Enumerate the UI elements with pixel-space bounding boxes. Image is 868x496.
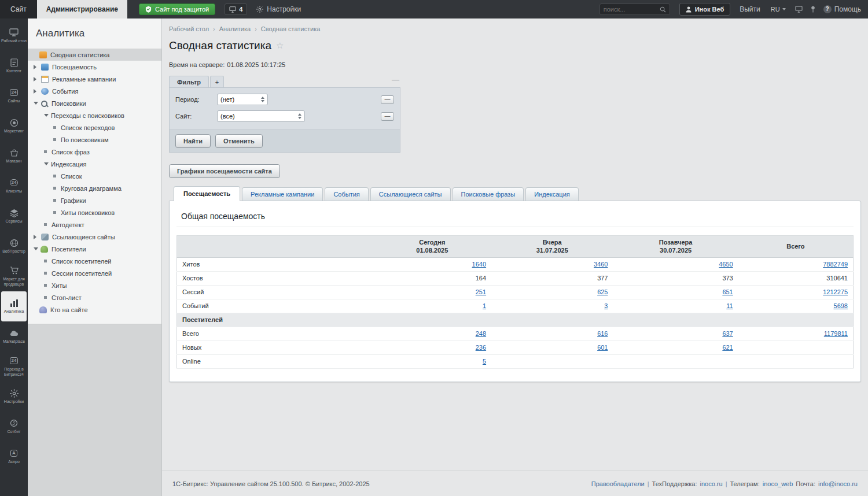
sidebar-item-indexing[interactable]: Индексация (28, 158, 161, 170)
breadcrumb-link-desktop[interactable]: Рабочий стол (169, 25, 209, 32)
stat-link[interactable]: 1212275 (823, 288, 848, 295)
search-icon[interactable] (660, 6, 666, 13)
page-footer: 1С-Битрикс: Управление сайтом 25.100.500… (162, 471, 868, 496)
stat-link[interactable]: 651 (722, 288, 733, 295)
tab-search-phrases[interactable]: Поисковые фразы (453, 187, 524, 201)
sidebar-item-referring-sites[interactable]: Ссылающиеся сайты (28, 231, 161, 243)
desktop-mode-icon[interactable] (795, 6, 803, 13)
stat-link[interactable]: 621 (722, 344, 733, 351)
stat-link[interactable]: 1640 (472, 261, 486, 268)
footer-link-email[interactable]: info@inoco.ru (818, 480, 858, 487)
stat-link[interactable]: 236 (476, 344, 486, 351)
sidebar-item-search-engines[interactable]: Поисковики (28, 97, 161, 109)
rail-item-aspro[interactable]: A Аспро (0, 442, 28, 472)
find-button[interactable]: Найти (175, 134, 211, 148)
footer-link-rightholders[interactable]: Правообладатели (591, 480, 645, 487)
language-selector[interactable]: RU (771, 6, 786, 13)
stat-link[interactable]: 11 (726, 302, 733, 309)
rail-item-webprostor[interactable]: ВебПростор (0, 231, 28, 261)
rail-item-shop[interactable]: Магазин (0, 141, 28, 171)
footer-link-support[interactable]: inoco.ru (700, 480, 722, 487)
header-total: Всего (738, 236, 854, 258)
user-button[interactable]: Инок Веб (679, 3, 731, 16)
rail-item-content[interactable]: Контент (0, 51, 28, 81)
rail-item-sellers-market[interactable]: Маркет для продавцов (0, 261, 28, 291)
help-button[interactable]: ? Помощь (823, 5, 861, 13)
cancel-button[interactable]: Отменить (215, 134, 263, 148)
sidebar-item-graphs[interactable]: Графики (28, 194, 161, 206)
stat-link[interactable]: 248 (476, 330, 486, 337)
stat-link[interactable]: 5698 (834, 302, 848, 309)
rail-item-sotbit[interactable]: Сотбит (0, 412, 28, 442)
rail-item-sites[interactable]: 24 Сайты (0, 81, 28, 111)
notifications-button[interactable]: 4 (225, 3, 247, 15)
stat-link[interactable]: 4650 (719, 261, 733, 268)
sidebar-item-visitor-sessions[interactable]: Сессии посетителей (28, 267, 161, 279)
tab-referring-sites[interactable]: Ссылающиеся сайты (370, 187, 451, 201)
rail-item-marketing[interactable]: Маркетинг (0, 111, 28, 141)
sidebar-item-se-transitions[interactable]: Переходы с поисковиков (28, 109, 161, 121)
rail-item-bitrix24[interactable]: 24 Переход в Битрикс24 (0, 351, 28, 382)
tab-indexing[interactable]: Индексация (525, 187, 578, 201)
stat-link[interactable]: 1 (483, 302, 486, 309)
settings-button[interactable]: Настройки (256, 5, 301, 13)
stat-link[interactable]: 5 (483, 358, 486, 365)
site-protected-button[interactable]: Сайт под защитой (139, 3, 215, 15)
remove-period-filter-button[interactable]: — (381, 95, 394, 104)
period-select[interactable]: (нет) (217, 94, 268, 105)
sidebar-item-index-list[interactable]: Список (28, 170, 161, 182)
logout-link[interactable]: Выйти (740, 5, 760, 13)
sidebar-item-ad-campaigns[interactable]: Рекламные кампании (28, 73, 161, 85)
table-row-events: Событий 1 3 11 5698 (177, 299, 854, 313)
stat-link[interactable]: 625 (597, 288, 608, 295)
stat-link[interactable]: 601 (597, 344, 608, 351)
sidebar-item-pie-chart[interactable]: Круговая диаграмма (28, 182, 161, 194)
sidebar-item-phrases-list[interactable]: Список фраз (28, 146, 161, 158)
stat-link[interactable]: 7882749 (823, 261, 848, 268)
footer-link-telegram[interactable]: inoco_web (763, 480, 793, 487)
sidebar-item-hits[interactable]: Хиты (28, 279, 161, 291)
sidebar-item-visitors[interactable]: Посетители (28, 243, 161, 255)
sidebar-item-who-is-online[interactable]: Кто на сайте (28, 303, 161, 316)
search-input[interactable] (604, 6, 660, 13)
rail-item-settings[interactable]: Настройки (0, 382, 28, 412)
pin-icon[interactable] (810, 6, 816, 13)
target-icon (10, 118, 19, 127)
site-select[interactable]: (все) (217, 110, 305, 122)
tab-admin[interactable]: Администрирование (37, 0, 127, 18)
sidebar-item-visitors-list[interactable]: Список посетителей (28, 255, 161, 267)
sotbit-icon (10, 419, 18, 428)
rail-item-desktop[interactable]: Рабочий стол (0, 21, 28, 51)
stat-link[interactable]: 1179811 (824, 330, 848, 337)
stat-link[interactable]: 3460 (594, 261, 608, 268)
rail-item-services[interactable]: Сервисы (0, 201, 28, 231)
site-attendance-graphs-button[interactable]: Графики посещаемости сайта (169, 164, 280, 178)
favorite-star-icon[interactable]: ☆ (276, 40, 284, 51)
breadcrumb-link-analytics[interactable]: Аналитика (219, 25, 251, 32)
stat-link[interactable]: 616 (597, 330, 608, 337)
sidebar-item-autodetect[interactable]: Автодетект (28, 219, 161, 231)
rail-item-marketplace[interactable]: Marketplace (0, 321, 28, 351)
sidebar-item-stop-list[interactable]: Стоп-лист (28, 291, 161, 303)
stat-link[interactable]: 251 (476, 288, 486, 295)
remove-site-filter-button[interactable]: — (381, 112, 394, 121)
tab-ad-campaigns[interactable]: Рекламные кампании (242, 187, 323, 201)
breadcrumb-separator: › (255, 25, 257, 32)
sidebar-item-se-hits[interactable]: Хиты поисковиков (28, 206, 161, 219)
add-filter-tab-button[interactable]: + (210, 76, 224, 87)
stat-link[interactable]: 637 (722, 330, 733, 337)
tab-site[interactable]: Сайт (0, 0, 37, 18)
tab-attendance[interactable]: Посещаемость (174, 186, 240, 201)
sidebar-item-summary-stats[interactable]: Сводная статистика (28, 49, 161, 61)
sidebar-item-by-search-engine[interactable]: По поисковикам (28, 134, 161, 146)
stat-link[interactable]: 3 (604, 302, 608, 309)
sidebar-item-events[interactable]: События (28, 85, 161, 97)
filter-collapse-button[interactable]: — (392, 75, 399, 84)
tab-events[interactable]: События (325, 187, 368, 201)
rail-item-clients[interactable]: 24 Клиенты (0, 171, 28, 201)
filter-tab[interactable]: Фильтр (169, 76, 209, 87)
rail-item-analytics[interactable]: Аналитика (1, 291, 27, 321)
sidebar-item-transitions-list[interactable]: Список переходов (28, 121, 161, 134)
breadcrumb-current[interactable]: Сводная статистика (261, 25, 321, 32)
sidebar-item-attendance[interactable]: Посещаемость (28, 61, 161, 73)
